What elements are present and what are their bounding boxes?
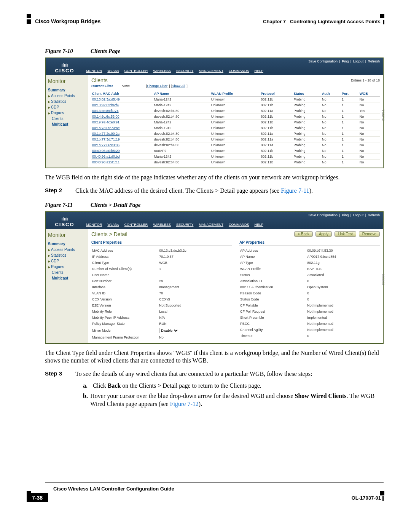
image-number-1: 212211 <box>381 109 385 120</box>
clients-table: Client MAC Addr AP Name WLAN Profile Pro… <box>91 91 380 165</box>
sidebar-cdp[interactable]: ▶CDP <box>48 104 86 110</box>
sidebar-multicast[interactable]: Multicast <box>48 121 86 127</box>
sidebar-summary[interactable]: Summary <box>48 87 86 93</box>
link-ping[interactable]: Ping <box>342 59 349 63</box>
sidebar-statistics[interactable]: ▶Statistics <box>48 99 86 104</box>
link-refresh-2[interactable]: Refresh <box>368 213 380 217</box>
nav-wlans[interactable]: WLANs <box>107 69 119 73</box>
cisco-logo-2: ıılıılııCISCO <box>46 216 84 229</box>
filter-row: Current Filter None [Change Filter] [Sho… <box>91 84 380 88</box>
table-row: 00:40:96:a1:d1:11devesh:82:b4:80Unknown8… <box>91 160 380 165</box>
nav-management[interactable]: MANAGEMENT <box>199 69 223 73</box>
back-button[interactable]: < Back <box>294 231 313 237</box>
nav-monitor[interactable]: MONITOR <box>86 69 102 73</box>
mirror-mode-select[interactable]: Disable <box>159 328 179 333</box>
mac-link[interactable]: 00:13:02:3a:d5:49 <box>91 97 153 102</box>
page-title: Clients <box>91 77 108 83</box>
mac-link[interactable]: 00:14:6c:6c:53:00 <box>91 114 153 120</box>
col-wlan: WLAN Profile <box>210 91 260 97</box>
link-logout-2[interactable]: Logout <box>353 213 364 217</box>
page-header: Cisco Workgroup Bridges Chapter 7 Contro… <box>27 18 384 26</box>
table-row: 00:1b:77:2c:00:2adevesh:82:b4:80Unknown8… <box>91 131 380 137</box>
nav-commands[interactable]: COMMANDS <box>229 69 249 73</box>
mac-link[interactable]: 00:40:96:a0:b5:29 <box>91 148 153 154</box>
col-wgb: WGB <box>359 91 380 97</box>
image-number-2: 232556 <box>381 274 385 285</box>
figure-caption-2: Figure 7-11Clients > Detail Page <box>45 202 384 208</box>
table-row: 00:14:6c:6c:53:00devesh:82:b4:80Unknown8… <box>91 114 380 120</box>
ap-props-table: AP Address00:09:b7:ff:53:30AP NameAP0017… <box>239 247 380 339</box>
mac-link[interactable]: 00:40:96:a1:d0:bd <box>91 154 153 160</box>
para-client-type: The Client Type field under Client Prope… <box>45 349 384 365</box>
col-proto: Protocol <box>260 91 293 97</box>
nav-help[interactable]: HELP <box>254 69 263 73</box>
page-number: 7-38 <box>27 493 48 502</box>
link-ping-2[interactable]: Ping <box>342 213 349 217</box>
para-wgb-explain: The WGB field on the right side of the p… <box>45 174 384 182</box>
screenshot-clients-page: Save Configuration | Ping | Logout | Ref… <box>45 58 384 168</box>
figure-caption-1: Figure 7-10Clients Page <box>45 48 384 54</box>
sidebar-rogues[interactable]: ▶Rogues <box>48 110 86 116</box>
link-refresh[interactable]: Refresh <box>368 59 380 63</box>
sidebar-clients[interactable]: Clients <box>48 116 86 121</box>
sidebar: Monitor Summary ▶Access Points ▶Statisti… <box>46 75 88 168</box>
apply-button[interactable]: Apply <box>315 231 332 237</box>
figref-7-12[interactable]: Figure 7-12 <box>170 401 199 407</box>
cisco-logo: ıılıılııCISCO <box>46 62 84 75</box>
mac-link[interactable]: 00:1a:73:09:73:ae <box>91 125 153 131</box>
link-save-config[interactable]: Save Configuration <box>308 59 338 63</box>
mac-link[interactable]: 00:40:96:a1:d1:11 <box>91 160 153 165</box>
table-row: 00:19:7e:4c:e8:91Maria-1242Unknown802.11… <box>91 120 380 125</box>
sidebar-title: Monitor <box>48 78 86 84</box>
chapter-title: Controlling Lightweight Access Points <box>290 19 381 24</box>
link-save-config-2[interactable]: Save Configuration <box>308 213 338 217</box>
mac-link[interactable]: 00:19:7e:4c:e8:91 <box>91 120 153 125</box>
table-row: 00:13:02:3a:d5:49Maria-1242Unknown802.11… <box>91 97 380 102</box>
nav-wireless[interactable]: WIRELESS <box>153 69 171 73</box>
table-row: 00:13:92:02:b6:f4Maria-1242Unknown802.11… <box>91 102 380 108</box>
section-title: Cisco Workgroup Bridges <box>35 18 100 24</box>
table-row: 00:13:ce:89:f1:74devesh:82:b4:80Unknown8… <box>91 108 380 114</box>
col-port: Port <box>341 91 359 97</box>
substep-b: b.Hover your cursor over the blue drop-d… <box>83 392 384 408</box>
mac-link[interactable]: 00:13:ce:89:f1:74 <box>91 108 153 114</box>
linktest-button[interactable]: Link Test <box>335 231 356 237</box>
link-change-filter[interactable]: Change Filter <box>147 84 167 88</box>
nav-controller[interactable]: CONTROLLER <box>124 69 148 73</box>
mac-link[interactable]: 00:1b:77:66:c3:06 <box>91 142 153 148</box>
mac-link[interactable]: 00:1b:77:2c:00:2a <box>91 131 153 137</box>
footer-guide-title: Cisco Wireless LAN Controller Configurat… <box>53 486 174 492</box>
table-row: 00:40:96:a1:d0:bdMaria-1242Unknown802.11… <box>91 154 380 160</box>
substep-a: a.Click Back on the Clients > Detail pag… <box>83 382 384 390</box>
step-3: Step 3 To see the details of any wired c… <box>45 370 384 378</box>
table-row: 00:1b:77:66:c3:06devesh:82:b4:80Unknown8… <box>91 142 380 148</box>
top-links-2: Save Configuration | Ping | Logout | Ref… <box>307 213 381 217</box>
sidebar-2: Monitor Summary ▶Access Points ▶Statisti… <box>46 229 88 343</box>
sidebar-access-points[interactable]: ▶Access Points <box>48 93 86 99</box>
step-2: Step 2 Click the MAC address of the desi… <box>45 187 384 195</box>
ap-props-header: AP Properties <box>239 240 380 246</box>
col-mac: Client MAC Addr <box>91 91 153 97</box>
table-row: 00:1b:77:3d:71:19devesh:82:b4:80Unknown8… <box>91 137 380 142</box>
nav-bar-2: MONITORWLANs CONTROLLERWIRELESS SECURITY… <box>84 223 383 229</box>
doc-number: OL-17037-01 <box>352 495 384 501</box>
link-show-all[interactable]: Show All <box>172 84 185 88</box>
top-links: Save Configuration | Ping | Logout | Ref… <box>307 59 381 63</box>
screenshot-detail-page: Save Configuration | Ping | Logout | Ref… <box>45 211 384 344</box>
remove-button[interactable]: Remove <box>359 231 380 237</box>
figref-7-11[interactable]: Figure 7-11 <box>281 187 309 194</box>
client-props-table: MAC Address00:13:c3:de:b3:2cIP Address70… <box>91 247 232 341</box>
mac-link[interactable]: 00:1b:77:3d:71:19 <box>91 137 153 142</box>
col-ap: AP Name <box>153 91 210 97</box>
nav-bar: MONITOR WLANs CONTROLLER WIRELESS SECURI… <box>84 69 383 75</box>
nav-security[interactable]: SECURITY <box>176 69 194 73</box>
link-logout[interactable]: Logout <box>353 59 364 63</box>
table-row: 00:40:96:a0:b5:29rootAP2Unknown802.11bPr… <box>91 148 380 154</box>
chapter-num: Chapter 7 <box>263 19 286 24</box>
col-status: Status <box>293 91 321 97</box>
client-props-header: Client Properties <box>91 240 232 246</box>
detail-title: Clients > Detail <box>91 231 127 237</box>
entries-count: Entries 1 - 18 of 18 <box>351 78 380 82</box>
mac-link[interactable]: 00:13:92:02:b6:f4 <box>91 102 153 108</box>
col-auth: Auth <box>321 91 341 97</box>
